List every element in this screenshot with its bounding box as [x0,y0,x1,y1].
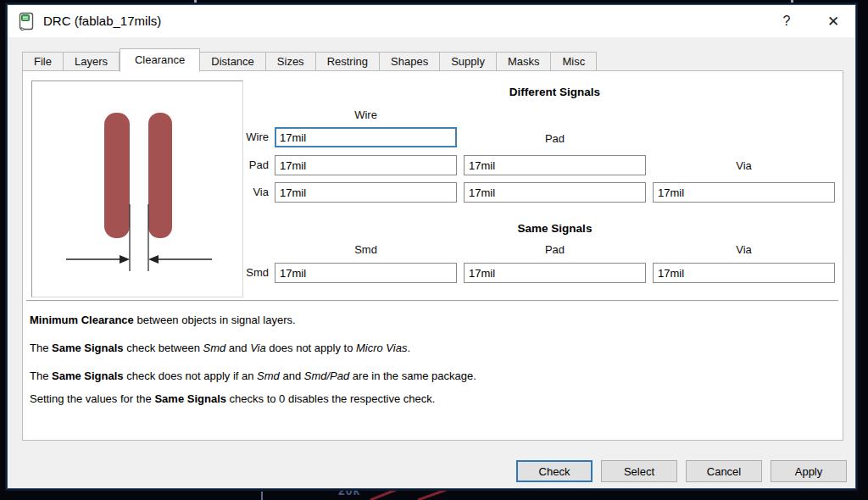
window-title: DRC (fablab_17mils) [43,14,161,28]
same-signals-heading: Same Signals [464,222,646,235]
background-grid-tick [261,492,263,500]
cancel-button[interactable]: Cancel [686,460,762,482]
apply-button[interactable]: Apply [771,460,847,482]
check-button[interactable]: Check [516,460,593,482]
pad-pad-clearance-input[interactable] [464,155,646,175]
tab-file[interactable]: File [22,52,64,71]
tab-misc[interactable]: Misc [551,52,597,71]
title-bar: DRC (fablab_17mils) ? ✕ [8,5,855,37]
select-button[interactable]: Select [601,460,677,482]
tab-shapes[interactable]: Shapes [380,52,440,71]
note-line: Minimum Clearance between objects in sig… [30,314,296,326]
clearance-tab-page: Different Signals Wire Pad Via Wire Pad … [22,70,843,441]
smd-via-clearance-input[interactable] [653,263,835,283]
different-col-header-pad: Pad [464,132,646,145]
row-label-via: Via [201,186,269,198]
tab-layers[interactable]: Layers [64,52,120,71]
pad-wire-clearance-input[interactable] [275,155,457,175]
drc-file-icon [19,12,36,31]
tab-supply[interactable]: Supply [440,52,497,71]
different-col-header-wire: Wire [275,108,457,121]
same-col-header-smd: Smd [275,243,457,256]
via-pad-clearance-input[interactable] [464,182,646,203]
tab-masks[interactable]: Masks [497,52,552,71]
section-separator [26,300,838,302]
drc-dialog: DRC (fablab_17mils) ? ✕ FileLayersCleara… [7,4,856,489]
tab-distance[interactable]: Distance [200,52,266,71]
row-label-pad: Pad [201,158,269,171]
close-button[interactable]: ✕ [821,11,845,31]
note-line: The Same Signals check does not apply if… [30,369,476,382]
note-line: Setting the values for the Same Signals … [30,392,435,405]
tab-restring[interactable]: Restring [316,52,380,71]
help-button[interactable]: ? [775,11,798,31]
same-col-header-pad: Pad [464,243,646,256]
row-label-wire: Wire [201,131,269,143]
row-label-smd: Smd [201,266,269,279]
smd-smd-clearance-input[interactable] [275,263,457,283]
tab-sizes[interactable]: Sizes [266,52,316,71]
note-line: The Same Signals check between Smd and V… [30,342,410,354]
via-wire-clearance-input[interactable] [275,182,457,203]
different-col-header-via: Via [653,159,835,172]
different-signals-heading: Different Signals [464,86,646,98]
tab-bar: FileLayersClearanceDistanceSizesRestring… [22,48,597,71]
via-via-clearance-input[interactable] [653,182,835,203]
wire-wire-clearance-input[interactable] [275,127,457,147]
tab-clearance[interactable]: Clearance [120,48,200,72]
same-col-header-via: Via [653,243,835,256]
smd-pad-clearance-input[interactable] [464,263,646,283]
